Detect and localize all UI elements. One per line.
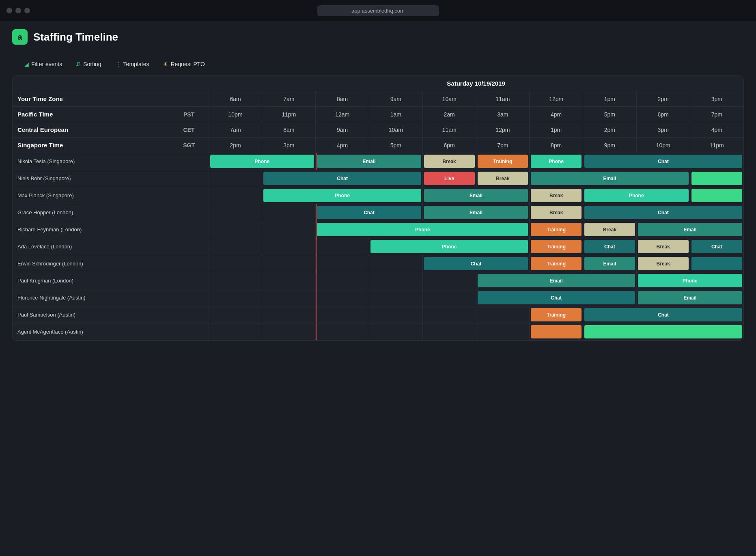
event-block[interactable]: Email [638,223,742,236]
agent-time-cell [262,221,316,238]
event-block[interactable]: Phone [531,155,582,168]
agent-time-cell [209,289,262,306]
agent-row: Nikola Tesla (Singapore)PhoneEmailBreakT… [13,153,743,170]
event-block[interactable] [691,257,742,270]
event-block[interactable]: Break [584,223,635,236]
agent-time-cell [262,238,316,255]
event-block[interactable]: Email [424,206,528,219]
event-block[interactable]: Email [317,155,421,168]
event-block[interactable]: Training [478,155,528,168]
event-block[interactable]: Break [638,240,689,253]
agent-time-cell [262,323,316,340]
toolbar: ◢ Filter events ⇵ Sorting ⋮ Templates ☀ … [12,53,744,75]
event-block[interactable]: Chat [584,155,742,168]
event-block[interactable]: Chat [317,206,421,219]
event-block[interactable]: Training [531,223,582,236]
url-bar[interactable]: app.assembledhq.com [317,5,439,16]
event-block[interactable] [691,189,742,202]
event-block[interactable]: Break [638,257,689,270]
event-block[interactable]: Training [531,240,582,253]
event-block[interactable]: Break [531,206,582,219]
event-block[interactable]: Phone [210,155,314,168]
tz-time-cell: 11am [422,122,476,138]
event-block[interactable]: Email [424,189,528,202]
agent-time-cell [262,306,316,323]
tz-time-cell: 2pm [636,91,690,107]
tz-time-cell: 12am [316,107,369,122]
agent-row: Florence Nightingale (Austin)ChatEmail [13,289,743,306]
agent-name: Erwin Schrödinger (London) [13,255,170,272]
agent-time-cell: Email [530,170,690,187]
traffic-lights [6,8,30,13]
sorting-button[interactable]: ⇵ Sorting [70,58,107,71]
agent-time-cell [209,187,262,204]
filter-events-button[interactable]: ◢ Filter events [19,58,68,71]
event-block[interactable]: Chat [584,240,635,253]
agent-time-cell: Break [530,204,583,221]
agent-time-cell [316,323,369,340]
current-time-line [316,221,317,238]
traffic-light-maximize[interactable] [24,8,30,13]
tz-time-cell: 10am [369,122,422,138]
event-block[interactable]: Email [638,291,742,304]
agent-time-cell: Chat [583,153,743,170]
tz-abbr: SGT [170,138,209,153]
agent-time-cell: Phone [316,221,530,238]
tz-time-cell: 4pm [530,107,583,122]
event-block[interactable]: Live [424,172,475,185]
agent-time-cell [476,306,530,323]
agent-time-cell [209,323,262,340]
event-block[interactable] [691,172,742,185]
event-block[interactable]: Break [478,172,528,185]
event-block[interactable]: Chat [478,291,635,304]
tz-time-cell: 5pm [583,107,637,122]
event-block[interactable]: Chat [584,206,742,219]
traffic-light-minimize[interactable] [15,8,21,13]
request-pto-button[interactable]: ☀ Request PTO [157,58,211,71]
event-block[interactable]: Phone [584,189,689,202]
templates-button[interactable]: ⋮ Templates [110,58,155,71]
event-block[interactable]: Email [531,172,688,185]
timezone-row: Singapore TimeSGT2pm3pm4pm5pm6pm7pm8pm9p… [13,138,743,153]
event-block[interactable]: Training [531,308,582,321]
event-block[interactable]: Chat [584,308,742,321]
agent-row: Richard Feynman (London)PhoneTrainingBre… [13,221,743,238]
agent-row: Max Planck (Singapore)PhoneEmailBreakPho… [13,187,743,204]
agent-name: Max Planck (Singapore) [13,187,170,204]
event-block[interactable]: Chat [424,257,528,270]
agent-name: Agent McAgentface (Austin) [13,323,170,340]
agent-abbr-cell [170,255,209,272]
agent-abbr-cell [170,153,209,170]
agent-time-cell [369,306,422,323]
event-block[interactable]: Phone [263,189,421,202]
agent-time-cell: Email [422,204,530,221]
tz-time-cell: 6pm [636,107,690,122]
event-block[interactable]: Chat [263,172,421,185]
event-block[interactable]: Phone [317,223,528,236]
agent-time-cell: Email [636,289,743,306]
traffic-light-close[interactable] [6,8,12,13]
agent-name: Paul Krugman (London) [13,272,170,289]
current-time-line [316,153,317,170]
tz-abbr: PST [170,107,209,122]
agent-time-cell: Training [530,221,583,238]
agent-abbr-cell [170,187,209,204]
event-block[interactable] [531,325,582,338]
agent-time-cell: Training [476,153,530,170]
event-block[interactable]: Break [531,189,582,202]
event-block[interactable] [584,325,742,338]
event-block[interactable]: Email [584,257,635,270]
agent-time-cell: Chat [583,204,743,221]
agent-time-cell: Chat [583,306,743,323]
agent-time-cell [422,272,476,289]
timezone-row: Central EuropeanCET7am8am9am10am11am12pm… [13,122,743,138]
tz-time-cell: 3pm [262,138,316,153]
agent-time-cell: Break [583,221,637,238]
event-block[interactable]: Chat [691,240,742,253]
event-block[interactable]: Phone [638,274,742,287]
event-block[interactable]: Email [478,274,635,287]
sorting-label: Sorting [83,61,101,67]
event-block[interactable]: Break [424,155,475,168]
event-block[interactable]: Phone [370,240,528,253]
event-block[interactable]: Training [531,257,582,270]
